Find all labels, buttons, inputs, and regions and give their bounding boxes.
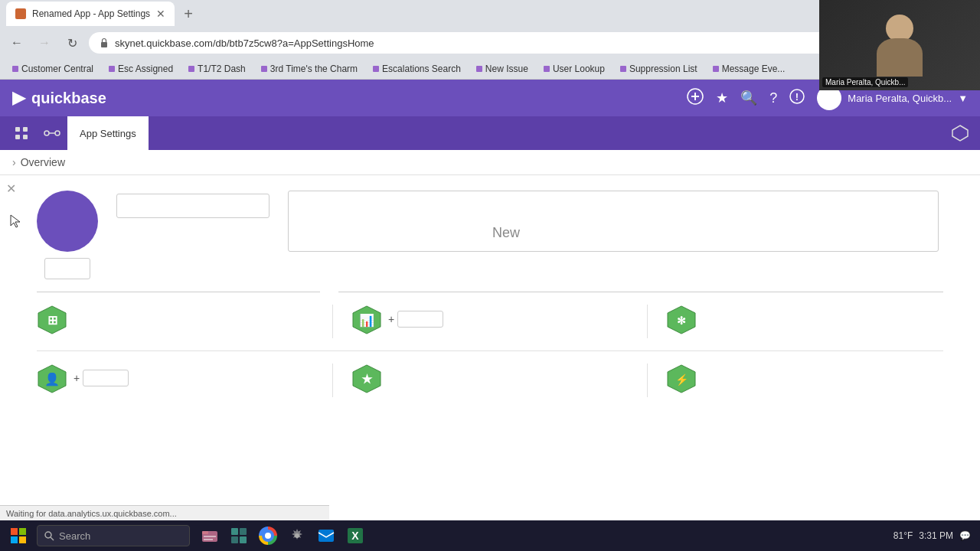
nav-tab-3[interactable]: [173, 116, 198, 150]
svg-rect-8: [15, 135, 20, 139]
widget-forms: ✻: [648, 305, 943, 338]
close-button[interactable]: ✕: [6, 181, 16, 196]
taskbar-icon-explorer[interactable]: [196, 522, 224, 549]
back-button[interactable]: ←: [6, 32, 28, 54]
taskbar-icon-task-view[interactable]: [225, 522, 253, 549]
taskbar-icon-outlook[interactable]: [312, 522, 340, 549]
reload-button[interactable]: ↻: [61, 32, 83, 54]
add-icon[interactable]: [687, 88, 704, 109]
taskbar-icon-excel[interactable]: X: [341, 522, 369, 549]
bookmark-icon: [109, 66, 115, 72]
bookmark-icon: [620, 66, 626, 72]
app-icon[interactable]: [37, 191, 98, 252]
bookmark-label: Customer Central: [21, 64, 93, 74]
notification-icon[interactable]: 💬: [959, 530, 971, 541]
svg-rect-0: [101, 42, 107, 47]
widget-row-2: 👤 + ★ ⚡: [0, 351, 980, 397]
tab-title: Renamed App - App Settings: [32, 8, 150, 19]
svg-rect-26: [11, 528, 18, 535]
bookmark-user-lookup[interactable]: User Lookup: [537, 62, 611, 76]
svg-rect-9: [23, 135, 28, 139]
pipeline-icon[interactable]: [37, 118, 67, 148]
nav-tab-app-settings[interactable]: App Settings: [67, 116, 149, 150]
address-bar[interactable]: skynet.quickbase.com/db/btb7z5cw8?a=AppS…: [89, 32, 946, 54]
taskbar-search-icon: [44, 530, 54, 541]
nav-tab-4[interactable]: [198, 116, 222, 150]
svg-line-31: [51, 537, 54, 540]
browser-tab[interactable]: Renamed App - App Settings ✕: [6, 2, 175, 26]
taskbar: Search: [0, 520, 980, 551]
svg-rect-6: [15, 127, 20, 132]
tables-icon: ⊞: [37, 305, 67, 338]
taskbar-icon-chrome[interactable]: [254, 522, 282, 549]
app-icon-area: [37, 191, 98, 279]
widget-tables: ⊞: [37, 305, 333, 338]
tab-favicon: [15, 8, 26, 19]
widget-row-1: ⊞ 📊 + ✻: [0, 292, 980, 338]
divider-section-2: [0, 338, 980, 351]
reports-plus-icon[interactable]: +: [388, 313, 394, 325]
reports-plus-area: +: [388, 311, 443, 328]
bookmark-icon: [476, 66, 482, 72]
reports-icon: 📊: [351, 305, 382, 338]
alert-icon[interactable]: !: [789, 89, 805, 108]
webhooks-icon: ⚡: [666, 364, 697, 397]
video-overlay: Maria Peralta, Quickb...: [819, 0, 980, 90]
svg-rect-27: [19, 528, 26, 535]
users-plus-input[interactable]: [83, 370, 129, 386]
app-header-section: [0, 175, 980, 279]
bookmark-esc-assigned[interactable]: Esc Assigned: [103, 62, 179, 76]
reports-plus-input[interactable]: [397, 311, 443, 328]
breadcrumb-arrow: ›: [12, 156, 16, 168]
qb-logo-icon: ▶: [12, 88, 25, 108]
bookmark-escalations-search[interactable]: Escalations Search: [367, 62, 467, 76]
users-plus-icon[interactable]: +: [74, 372, 80, 384]
svg-rect-34: [204, 536, 216, 537]
help-icon[interactable]: ?: [769, 90, 777, 106]
taskbar-search[interactable]: Search: [37, 525, 190, 546]
nav-tab-7[interactable]: [271, 116, 296, 150]
bookmark-label: Suppression List: [629, 64, 697, 74]
app-description-input[interactable]: [288, 191, 939, 252]
address-text: skynet.quickbase.com/db/btb7z5cw8?a=AppS…: [115, 37, 374, 49]
qb-logo[interactable]: ▶ quickbase: [12, 88, 106, 108]
qb-logo-text: quickbase: [31, 90, 106, 107]
svg-point-11: [55, 131, 60, 135]
status-bar: Waiting for data.analytics.ux.quickbase.…: [0, 505, 329, 520]
svg-text:✻: ✻: [677, 315, 686, 327]
app-name-area: [116, 191, 270, 218]
svg-point-30: [45, 532, 51, 538]
bookmark-customer-central[interactable]: Customer Central: [6, 62, 100, 76]
nav-tab-2[interactable]: [149, 116, 173, 150]
apps-grid-icon[interactable]: [6, 118, 37, 148]
app-name-input[interactable]: [116, 194, 270, 218]
widget-reports: 📊 +: [333, 305, 648, 338]
tab-close-btn[interactable]: ✕: [156, 8, 165, 20]
bookmark-icon: [188, 66, 194, 72]
favorites-icon[interactable]: ★: [716, 90, 728, 106]
bookmark-new-issue[interactable]: New Issue: [470, 62, 534, 76]
nav-tab-5[interactable]: [222, 116, 247, 150]
bookmark-t1t2-dash[interactable]: T1/T2 Dash: [182, 62, 252, 76]
bookmark-suppression-list[interactable]: Suppression List: [614, 62, 704, 76]
bookmark-message-eve[interactable]: Message Eve...: [707, 62, 792, 76]
start-button[interactable]: [0, 520, 37, 551]
forward-button[interactable]: →: [34, 32, 55, 54]
app-icon-input[interactable]: [44, 258, 90, 279]
bookmark-icon: [12, 66, 18, 72]
bookmark-3rd-time[interactable]: 3rd Time's the Charm: [255, 62, 364, 76]
search-icon[interactable]: 🔍: [740, 90, 757, 106]
nav-tab-6[interactable]: [247, 116, 271, 150]
nav-right-icon[interactable]: [946, 119, 974, 147]
svg-text:X: X: [351, 530, 359, 542]
new-tab-button[interactable]: +: [178, 3, 199, 24]
svg-text:⊞: ⊞: [47, 314, 57, 327]
users-plus-area: +: [74, 370, 129, 386]
temp-display: 81°F: [893, 530, 913, 541]
svg-rect-35: [204, 539, 213, 540]
taskbar-icon-settings[interactable]: [283, 522, 311, 549]
lock-icon: [98, 37, 110, 49]
video-user-name: Maria Peralta, Quickb...: [822, 77, 908, 87]
divider-left: [37, 292, 320, 292]
breadcrumb: › Overview: [0, 150, 980, 175]
